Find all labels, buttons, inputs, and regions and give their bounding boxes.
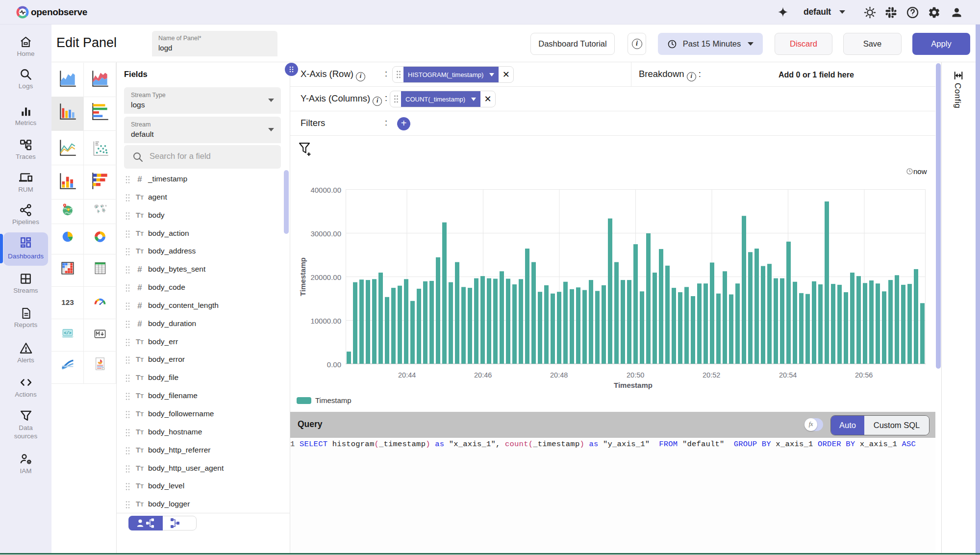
svg-text:</>: </> [64, 331, 71, 336]
svg-text:123: 123 [61, 298, 74, 306]
